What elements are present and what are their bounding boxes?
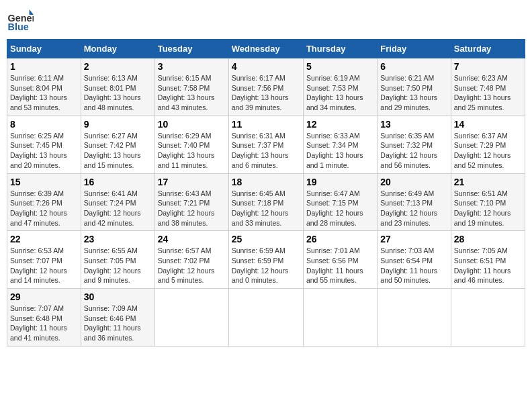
calendar-cell: 21Sunrise: 6:51 AM Sunset: 7:10 PM Dayli… [451,173,525,231]
calendar-cell: 26Sunrise: 7:01 AM Sunset: 6:56 PM Dayli… [303,231,377,289]
calendar-cell: 4Sunrise: 6:17 AM Sunset: 7:56 PM Daylig… [228,58,303,116]
calendar-week-row: 22Sunrise: 6:53 AM Sunset: 7:07 PM Dayli… [7,231,525,289]
day-info: Sunrise: 6:45 AM Sunset: 7:18 PM Dayligh… [232,189,300,228]
header-wednesday: Wednesday [228,40,303,58]
day-number: 7 [454,61,522,72]
day-info: Sunrise: 6:53 AM Sunset: 7:07 PM Dayligh… [10,246,78,285]
calendar-cell: 9Sunrise: 6:27 AM Sunset: 7:42 PM Daylig… [81,116,154,173]
day-number: 21 [454,177,522,187]
calendar-cell [451,289,525,347]
page-header: General Blue [7,7,525,34]
calendar-week-row: 15Sunrise: 6:39 AM Sunset: 7:26 PM Dayli… [7,173,525,231]
day-number: 22 [10,234,78,244]
calendar-cell: 3Sunrise: 6:15 AM Sunset: 7:58 PM Daylig… [154,58,228,116]
calendar-cell: 25Sunrise: 6:59 AM Sunset: 6:59 PM Dayli… [228,231,303,289]
day-info: Sunrise: 6:25 AM Sunset: 7:45 PM Dayligh… [10,131,78,171]
day-info: Sunrise: 6:51 AM Sunset: 7:10 PM Dayligh… [454,189,522,228]
day-info: Sunrise: 7:05 AM Sunset: 6:51 PM Dayligh… [454,246,522,285]
day-number: 28 [454,234,522,244]
day-info: Sunrise: 6:49 AM Sunset: 7:13 PM Dayligh… [380,189,447,228]
calendar-cell: 22Sunrise: 6:53 AM Sunset: 7:07 PM Dayli… [7,231,81,289]
calendar-cell: 13Sunrise: 6:35 AM Sunset: 7:32 PM Dayli… [378,116,451,173]
day-info: Sunrise: 6:43 AM Sunset: 7:21 PM Dayligh… [158,189,226,228]
day-number: 5 [306,61,374,72]
calendar-cell [228,289,303,347]
day-info: Sunrise: 6:21 AM Sunset: 7:50 PM Dayligh… [380,73,447,113]
day-number: 11 [232,119,300,130]
day-number: 27 [380,234,447,244]
svg-text:Blue: Blue [8,21,29,32]
calendar-cell: 5Sunrise: 6:19 AM Sunset: 7:53 PM Daylig… [303,58,377,116]
calendar-week-row: 1Sunrise: 6:11 AM Sunset: 8:04 PM Daylig… [7,58,525,116]
day-number: 1 [10,61,78,72]
day-number: 23 [84,234,152,244]
day-info: Sunrise: 6:27 AM Sunset: 7:42 PM Dayligh… [84,131,152,171]
day-number: 8 [10,119,78,130]
day-info: Sunrise: 6:41 AM Sunset: 7:24 PM Dayligh… [84,189,152,228]
day-info: Sunrise: 6:57 AM Sunset: 7:02 PM Dayligh… [158,246,226,285]
calendar-cell: 12Sunrise: 6:33 AM Sunset: 7:34 PM Dayli… [303,116,377,173]
day-number: 24 [158,234,226,244]
header-tuesday: Tuesday [154,40,228,58]
day-info: Sunrise: 6:35 AM Sunset: 7:32 PM Dayligh… [380,131,447,171]
day-number: 25 [232,234,300,244]
header-thursday: Thursday [303,40,377,58]
day-number: 18 [232,177,300,187]
day-number: 14 [454,119,522,130]
day-number: 16 [84,177,152,187]
day-info: Sunrise: 7:07 AM Sunset: 6:48 PM Dayligh… [10,304,78,343]
day-number: 29 [10,291,78,302]
day-number: 3 [158,61,226,72]
calendar-cell: 20Sunrise: 6:49 AM Sunset: 7:13 PM Dayli… [378,173,451,231]
day-info: Sunrise: 6:55 AM Sunset: 7:05 PM Dayligh… [84,246,152,285]
calendar-cell [154,289,228,347]
calendar-cell: 16Sunrise: 6:41 AM Sunset: 7:24 PM Dayli… [81,173,154,231]
day-number: 9 [84,119,152,130]
day-info: Sunrise: 6:37 AM Sunset: 7:29 PM Dayligh… [454,131,522,171]
calendar-cell: 11Sunrise: 6:31 AM Sunset: 7:37 PM Dayli… [228,116,303,173]
day-number: 4 [232,61,300,72]
calendar-cell: 15Sunrise: 6:39 AM Sunset: 7:26 PM Dayli… [7,173,81,231]
day-number: 30 [84,291,152,302]
calendar-cell: 7Sunrise: 6:23 AM Sunset: 7:48 PM Daylig… [451,58,525,116]
calendar-cell: 23Sunrise: 6:55 AM Sunset: 7:05 PM Dayli… [81,231,154,289]
day-number: 15 [10,177,78,187]
calendar-header-row: SundayMondayTuesdayWednesdayThursdayFrid… [7,40,525,58]
day-number: 26 [306,234,374,244]
day-number: 19 [306,177,374,187]
day-info: Sunrise: 6:59 AM Sunset: 6:59 PM Dayligh… [232,246,300,285]
day-info: Sunrise: 6:17 AM Sunset: 7:56 PM Dayligh… [232,73,300,113]
day-info: Sunrise: 6:23 AM Sunset: 7:48 PM Dayligh… [454,73,522,113]
logo: General Blue [7,7,36,34]
day-info: Sunrise: 6:19 AM Sunset: 7:53 PM Dayligh… [306,73,374,113]
day-info: Sunrise: 7:09 AM Sunset: 6:46 PM Dayligh… [84,304,152,343]
calendar-cell: 10Sunrise: 6:29 AM Sunset: 7:40 PM Dayli… [154,116,228,173]
day-info: Sunrise: 6:33 AM Sunset: 7:34 PM Dayligh… [306,131,374,171]
svg-marker-2 [30,9,34,15]
calendar-cell: 30Sunrise: 7:09 AM Sunset: 6:46 PM Dayli… [81,289,154,347]
calendar-cell: 29Sunrise: 7:07 AM Sunset: 6:48 PM Dayli… [7,289,81,347]
day-number: 6 [380,61,447,72]
day-info: Sunrise: 6:13 AM Sunset: 8:01 PM Dayligh… [84,73,152,113]
calendar-cell: 18Sunrise: 6:45 AM Sunset: 7:18 PM Dayli… [228,173,303,231]
day-info: Sunrise: 6:31 AM Sunset: 7:37 PM Dayligh… [232,131,300,171]
day-number: 17 [158,177,226,187]
header-monday: Monday [81,40,154,58]
day-info: Sunrise: 6:47 AM Sunset: 7:15 PM Dayligh… [306,189,374,228]
header-saturday: Saturday [451,40,525,58]
calendar-table: SundayMondayTuesdayWednesdayThursdayFrid… [7,39,525,347]
calendar-week-row: 8Sunrise: 6:25 AM Sunset: 7:45 PM Daylig… [7,116,525,173]
day-number: 12 [306,119,374,130]
calendar-cell: 28Sunrise: 7:05 AM Sunset: 6:51 PM Dayli… [451,231,525,289]
calendar-cell: 6Sunrise: 6:21 AM Sunset: 7:50 PM Daylig… [378,58,451,116]
day-info: Sunrise: 7:01 AM Sunset: 6:56 PM Dayligh… [306,246,374,285]
calendar-cell: 24Sunrise: 6:57 AM Sunset: 7:02 PM Dayli… [154,231,228,289]
day-info: Sunrise: 6:39 AM Sunset: 7:26 PM Dayligh… [10,189,78,228]
calendar-cell [378,289,451,347]
day-info: Sunrise: 6:11 AM Sunset: 8:04 PM Dayligh… [10,73,78,113]
day-number: 20 [380,177,447,187]
day-info: Sunrise: 6:15 AM Sunset: 7:58 PM Dayligh… [158,73,226,113]
calendar-cell: 17Sunrise: 6:43 AM Sunset: 7:21 PM Dayli… [154,173,228,231]
day-number: 2 [84,61,152,72]
logo-icon: General Blue [7,7,34,34]
